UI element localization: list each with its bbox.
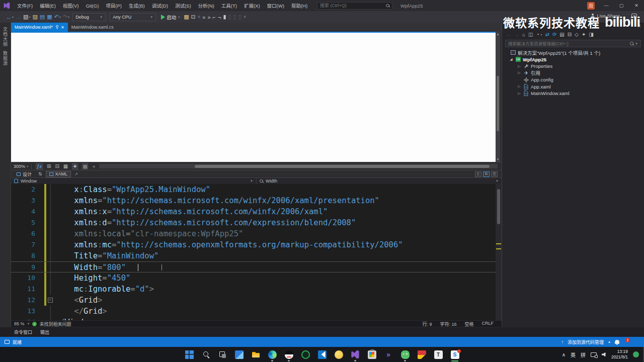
tree-item-2[interactable]: App.config xyxy=(502,76,644,83)
new-item[interactable]: ▩ xyxy=(184,14,189,20)
swap-panes-icon[interactable]: ⇅ xyxy=(38,171,42,176)
menu-item-4[interactable]: 项目(P) xyxy=(102,0,125,11)
popout-pane-icon[interactable]: ↗ xyxy=(74,172,78,176)
taskbar-icon-ms-store[interactable] xyxy=(366,348,378,360)
save[interactable]: ▤ xyxy=(40,14,45,20)
design-view-tab[interactable]: 设计 xyxy=(14,171,35,177)
menu-item-1[interactable]: 编辑(E) xyxy=(36,0,59,11)
taskbar-icon-file-explorer[interactable] xyxy=(250,348,262,360)
document-tab-0[interactable]: MainWindow.xaml*✕ xyxy=(11,23,68,32)
expander-icon[interactable]: ▷ xyxy=(517,71,521,75)
add-to-source-control-button[interactable]: 添加到源代码管理 xyxy=(568,339,604,345)
quick-search-input[interactable] xyxy=(320,3,386,8)
menu-item-11[interactable]: 窗口(W) xyxy=(264,0,288,11)
menu-item-10[interactable]: 扩展(X) xyxy=(240,0,264,11)
minimize-button[interactable]: — xyxy=(599,0,614,11)
code-line-7[interactable]: 7 xmlns:mc="http://schemas.openxmlformat… xyxy=(11,239,502,250)
taskbar-icon-qq[interactable] xyxy=(283,348,295,360)
code-line-14[interactable]: 14</Window> xyxy=(11,317,502,320)
quick-search-box[interactable] xyxy=(317,2,392,10)
send-feedback-icon[interactable] xyxy=(631,14,637,18)
gridlines[interactable]: ▦ xyxy=(63,163,68,169)
horizontal-split-button[interactable]: ⊟ xyxy=(483,171,490,177)
taskbar-icon-task-view[interactable] xyxy=(216,348,228,360)
pin-icon[interactable] xyxy=(55,25,58,29)
tree-item-1[interactable]: ▷引用 xyxy=(502,70,644,77)
clock[interactable]: 13:19 2021/8/1 xyxy=(611,349,628,359)
close-icon[interactable]: ✕ xyxy=(637,24,641,29)
bookmark-next[interactable]: ▯ xyxy=(233,14,236,20)
expander-icon[interactable]: ▷ xyxy=(517,64,521,68)
side-tab-0[interactable]: 文档大纲 xyxy=(2,27,9,47)
collapse-pane-button[interactable]: ◫ xyxy=(491,171,498,177)
se-view-code-icon[interactable]: ◇ xyxy=(575,32,579,37)
line-indicator[interactable]: 行: 9 xyxy=(422,321,432,327)
scroll-down-icon[interactable]: ▼ xyxy=(497,157,500,162)
menu-item-12[interactable]: 帮助(H) xyxy=(288,0,311,11)
menu-item-3[interactable]: Git(G) xyxy=(82,0,102,11)
se-home-icon[interactable]: ⌂ xyxy=(522,32,525,37)
menu-item-5[interactable]: 生成(B) xyxy=(125,0,148,11)
chevron-down-icon[interactable]: ▼ xyxy=(27,322,30,325)
scrollbar-thumb[interactable] xyxy=(497,189,500,224)
chevron-down-icon[interactable]: ▾ xyxy=(68,15,69,19)
nav-forward[interactable]: → xyxy=(16,14,21,20)
health-status-text[interactable]: 未找到相关问题 xyxy=(39,321,71,327)
panel-tab-0[interactable]: 命令窗口 xyxy=(14,329,32,335)
se-preview-icon[interactable]: ◨ xyxy=(589,32,593,37)
fold-collapse-icon[interactable]: − xyxy=(48,298,53,303)
close-button[interactable]: ✕ xyxy=(629,0,644,11)
design-surface[interactable] xyxy=(11,32,496,162)
expander-icon[interactable]: ▷ xyxy=(517,92,521,96)
tree-item-0[interactable]: ▷Properties xyxy=(502,63,644,70)
xaml-view-tab[interactable]: XAML xyxy=(46,171,71,177)
editor-zoom-value[interactable]: 85 % xyxy=(14,321,25,326)
se-back-icon[interactable]: ← xyxy=(506,32,511,37)
platform-combo[interactable]: Any CPU▼ xyxy=(110,13,156,21)
vertical-split-button[interactable]: ▯ xyxy=(475,171,481,177)
undo[interactable]: ↶▾ xyxy=(54,14,61,20)
tree-item-3[interactable]: ▷App.xaml xyxy=(502,83,644,90)
tree-item-project[interactable]: ◢C#WpfApp25 xyxy=(502,56,644,63)
uncomment[interactable]: ¬ xyxy=(218,14,221,20)
bookmark-clear[interactable]: ▯ xyxy=(238,14,242,20)
taskbar-icon-edge[interactable] xyxy=(266,348,278,360)
editor-vertical-scrollbar[interactable] xyxy=(496,184,502,320)
zoom-fit[interactable]: ▧ xyxy=(82,163,89,169)
design-vertical-scrollbar[interactable]: ▲ ▼ xyxy=(496,32,500,162)
redo[interactable]: ↷▾ xyxy=(63,14,69,20)
user-avatar[interactable]: 周 xyxy=(587,2,595,10)
indentation-indicator[interactable]: 空格 xyxy=(464,321,473,327)
se-nest-icon[interactable]: ▤ xyxy=(559,32,564,37)
snaplines[interactable]: ✚ xyxy=(72,163,78,169)
design-horizontal-scrollbar[interactable] xyxy=(99,164,498,168)
taskbar-icon-screenshot-tool[interactable]: S xyxy=(449,348,461,360)
se-collapse-all-icon[interactable]: ⊟ xyxy=(568,32,572,37)
scroll-left[interactable]: ◂ xyxy=(92,163,95,169)
chevron-down-icon[interactable]: ▾ xyxy=(59,15,61,19)
menu-item-7[interactable]: 测试(S) xyxy=(172,0,195,11)
volume-muted-icon[interactable]: ✕ xyxy=(602,352,606,357)
menu-item-6[interactable]: 调试(D) xyxy=(148,0,172,11)
menu-item-8[interactable]: 分析(N) xyxy=(195,0,218,11)
ime-mode-indicator[interactable]: 拼 xyxy=(581,351,586,358)
live-share-button[interactable]: Live Share xyxy=(591,13,620,19)
toolbar-overflow[interactable]: ▾ xyxy=(198,14,201,20)
effects[interactable]: ƒx xyxy=(36,163,43,169)
close-icon[interactable]: ✕ xyxy=(61,25,64,30)
se-switch-views-icon[interactable]: ◫ xyxy=(528,32,533,37)
cast-screen-icon[interactable] xyxy=(591,352,597,357)
scrollbar-thumb[interactable] xyxy=(497,76,499,131)
property-breadcrumb[interactable]: Width ▼ xyxy=(256,178,502,184)
taskbar-icon-vscode[interactable] xyxy=(316,348,328,360)
open-file[interactable]: ▨ xyxy=(32,14,37,20)
chevron-down-icon[interactable]: ▼ xyxy=(635,42,638,45)
line-ending-indicator[interactable]: CRLF xyxy=(481,321,494,327)
code-line-13[interactable]: 13 </Grid> xyxy=(11,306,502,317)
notifications-bell-icon[interactable] xyxy=(615,340,619,344)
comment[interactable]: ⌐ xyxy=(213,14,216,20)
taskbar-icon-visual-studio[interactable] xyxy=(349,348,361,360)
menu-item-0[interactable]: 文件(F) xyxy=(14,0,36,11)
code-line-5[interactable]: 5 xmlns:d="http://schemas.microsoft.com/… xyxy=(11,217,502,228)
se-sync-icon[interactable]: ⇄ xyxy=(545,32,549,37)
